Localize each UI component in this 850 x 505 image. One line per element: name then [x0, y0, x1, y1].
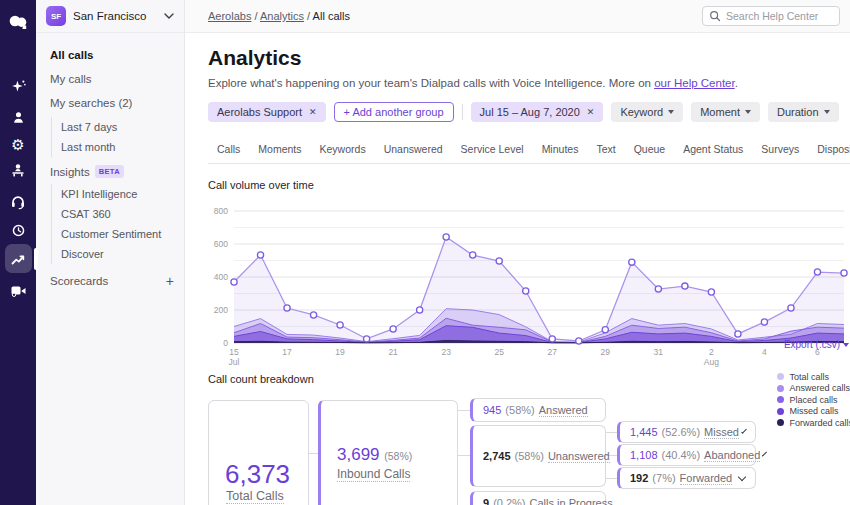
page-title: Analytics [208, 46, 850, 70]
breadcrumb-current: All calls [313, 10, 350, 22]
date-range-chip[interactable]: Jul 15 – Aug 7, 2020 ✕ [471, 102, 604, 122]
breadcrumb-link-analytics[interactable]: Analytics [260, 10, 304, 22]
coaching-icon[interactable] [0, 157, 36, 183]
filter-bar: Aerolabs Support ✕ + Add another group J… [208, 102, 850, 122]
chevron-down-icon [843, 343, 849, 347]
forwarded-value: 192 [630, 472, 648, 484]
abandoned-dropdown[interactable]: 1,108(40.4%)Abandoned [617, 444, 756, 466]
unanswered-box: 2,745(58%)Unanswered [470, 425, 606, 487]
missed-value: 1,445 [630, 426, 658, 438]
help-center-link[interactable]: our Help Center [654, 77, 735, 89]
chevron-down-icon [668, 110, 674, 114]
svg-text:200: 200 [214, 305, 228, 315]
breadcrumb-link-aerolabs[interactable]: Aerolabs [208, 10, 251, 22]
forwarded-label: Forwarded [680, 472, 733, 485]
workspace-selector[interactable]: SF San Francisco [36, 0, 184, 33]
sidebar-item-discover[interactable]: Discover [61, 244, 174, 264]
inbound-calls-value: 3,699 [337, 445, 380, 464]
svg-text:17: 17 [282, 347, 292, 357]
duration-filter-dropdown[interactable]: Duration [768, 102, 839, 122]
abandoned-label: Abandoned [704, 449, 760, 462]
total-calls-box: 6,373 Total Calls [208, 400, 309, 505]
funnel-connector [309, 453, 318, 454]
breakdown-title: Call count breakdown [208, 373, 850, 385]
funnel-connector [606, 478, 617, 479]
chart-canvas: 020040060080015Jul17192123252729312Aug46 [208, 195, 850, 367]
funnel-connector [606, 432, 617, 433]
remove-date-filter-icon[interactable]: ✕ [587, 107, 595, 117]
legend-dot-icon [777, 385, 784, 392]
unanswered-value: 2,745 [483, 450, 511, 462]
answered-label[interactable]: Answered [539, 404, 588, 417]
moment-filter-dropdown[interactable]: Moment [691, 102, 760, 122]
legend-dot-icon [777, 373, 784, 380]
svg-text:27: 27 [548, 347, 558, 357]
svg-text:0: 0 [223, 338, 228, 348]
tab-dispositions[interactable]: Dispositions [808, 136, 850, 163]
sidebar-item-all-calls[interactable]: All calls [50, 43, 174, 67]
tab-moments[interactable]: Moments [249, 136, 310, 163]
sidebar-item-my-searches[interactable]: My searches (2) [50, 91, 174, 115]
unanswered-label[interactable]: Unanswered [548, 450, 610, 463]
chevron-down-icon [824, 110, 830, 114]
svg-text:Aug: Aug [704, 357, 719, 367]
sidebar-item-last-7-days[interactable]: Last 7 days [61, 117, 174, 137]
svg-text:21: 21 [388, 347, 398, 357]
chevron-down-icon [762, 451, 767, 456]
inbound-calls-label[interactable]: Inbound Calls [337, 467, 410, 482]
svg-text:19: 19 [335, 347, 345, 357]
sidebar-item-csat-360[interactable]: CSAT 360 [61, 204, 174, 224]
help-search-input[interactable]: Search Help Center [702, 6, 840, 26]
chevron-down-icon [741, 428, 747, 434]
tab-agent-status[interactable]: Agent Status [674, 136, 752, 163]
missed-label: Missed [704, 426, 739, 439]
beta-badge: BETA [95, 165, 124, 178]
missed-dropdown[interactable]: 1,445(52.6%)Missed [617, 421, 756, 443]
svg-text:29: 29 [601, 347, 611, 357]
sidebar-item-insights[interactable]: Insights [50, 166, 90, 178]
call-funnel: 6,373 Total Calls 3,699 (58%) Inbound Ca… [208, 398, 850, 505]
sidebar-item-my-calls[interactable]: My calls [50, 67, 174, 91]
tab-surveys[interactable]: Surveys [752, 136, 808, 163]
sidebar-item-scorecards[interactable]: Scorecards [50, 275, 108, 287]
analytics-trend-icon[interactable] [0, 246, 36, 272]
search-placeholder: Search Help Center [726, 10, 818, 22]
support-headset-icon[interactable] [0, 189, 36, 215]
tab-service-level[interactable]: Service Level [452, 136, 533, 163]
settings-gear-icon[interactable]: ⚙ [0, 131, 36, 157]
add-group-button[interactable]: + Add another group [334, 102, 454, 122]
sidebar-item-last-month[interactable]: Last month [61, 137, 174, 157]
tab-unanswered[interactable]: Unanswered [375, 136, 452, 163]
group-filter-chip[interactable]: Aerolabs Support ✕ [208, 102, 326, 122]
svg-text:400: 400 [214, 272, 228, 282]
tab-queue[interactable]: Queue [625, 136, 675, 163]
abandoned-value: 1,108 [630, 449, 658, 461]
breadcrumb: Aerolabs / Analytics / All calls [208, 10, 350, 22]
meetings-video-icon[interactable] [0, 278, 36, 304]
chevron-down-icon [738, 472, 746, 480]
sidebar-item-customer-sentiment[interactable]: Customer Sentiment [61, 224, 174, 244]
dialpad-logo-icon[interactable] [0, 9, 36, 35]
svg-text:4: 4 [762, 347, 767, 357]
ai-sparkle-icon[interactable] [0, 73, 36, 99]
sidebar-item-kpi-intelligence[interactable]: KPI Intelligence [61, 184, 174, 204]
total-calls-label[interactable]: Total Calls [226, 489, 284, 504]
tab-calls[interactable]: Calls [208, 136, 249, 163]
svg-text:31: 31 [654, 347, 664, 357]
remove-group-filter-icon[interactable]: ✕ [309, 107, 317, 117]
tab-text[interactable]: Text [587, 136, 624, 163]
tab-minutes[interactable]: Minutes [533, 136, 588, 163]
add-scorecard-button[interactable]: + [166, 274, 174, 288]
tab-keywords[interactable]: Keywords [311, 136, 375, 163]
history-clock-icon[interactable] [0, 217, 36, 243]
inbound-calls-box: 3,699 (58%) Inbound Calls [318, 400, 458, 505]
forwarded-dropdown[interactable]: 192(7%)Forwarded [617, 467, 756, 489]
keyword-filter-dropdown[interactable]: Keyword [611, 102, 683, 122]
svg-text:800: 800 [214, 206, 228, 216]
contacts-icon[interactable] [0, 104, 36, 130]
topbar: Aerolabs / Analytics / All calls Search … [185, 0, 850, 33]
sidebar: SF San Francisco All calls My calls My s… [36, 0, 185, 505]
answered-box: 945(58%)Answered [470, 398, 606, 422]
export-csv-link[interactable]: Export (.csv) [784, 339, 849, 350]
progress-label[interactable]: Calls in Progress [530, 497, 613, 505]
